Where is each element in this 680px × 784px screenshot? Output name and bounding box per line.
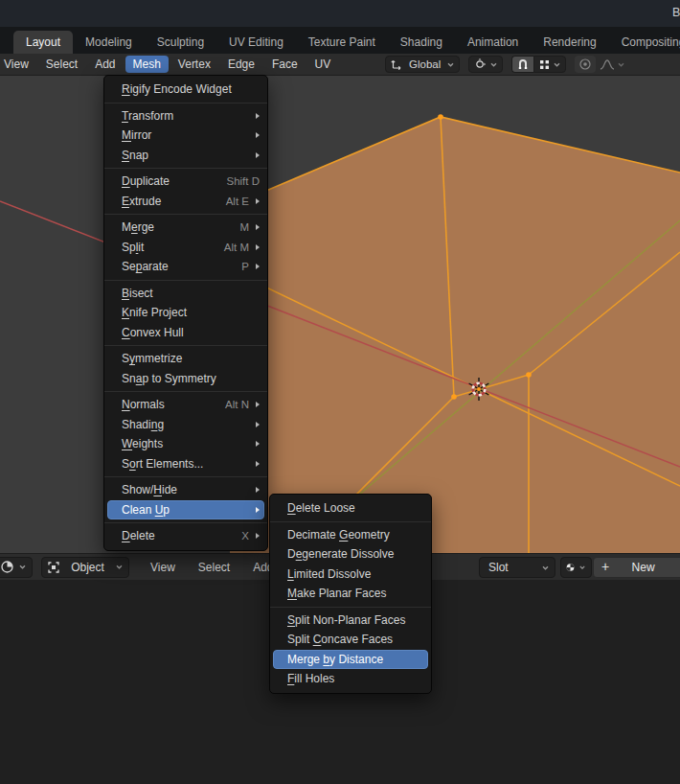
menu-item-label: Split Non-Planar Faces [287,613,405,627]
chevron-down-icon [115,563,124,571]
cube-vertex[interactable] [451,394,457,400]
menu-item-show-hide[interactable]: Show/Hide [104,480,267,500]
viewport-header: ViewSelectAddMeshVertexEdgeFaceUV Global [0,54,680,76]
menu-item-degenerate-dissolve[interactable]: Degenerate Dissolve [270,544,431,565]
transform-orientation-dropdown[interactable]: Global [385,56,460,73]
top-bar: Bl [0,0,680,27]
tab-animation[interactable]: Animation [455,31,531,54]
menu-view[interactable]: View [140,559,186,576]
proportional-editing-toggle[interactable] [575,56,596,73]
submenu-arrow-icon [256,132,260,138]
menu-item-sort-elements[interactable]: Sort Elements... [104,454,267,474]
menu-item-split-concave-faces[interactable]: Split Concave Faces [270,630,431,650]
menu-separator [270,607,431,608]
menu-mesh[interactable]: Mesh [125,56,169,73]
menu-item-limited-dissolve[interactable]: Limited Dissolve [270,565,431,585]
menu-separator [104,476,267,477]
menu-item-label: Bisect [122,287,153,300]
menu-item-rigify-encode-widget[interactable]: Rigify Encode Widget [104,80,267,100]
chevron-down-icon [446,60,455,69]
submenu-arrow-icon [256,533,260,539]
menu-item-separate[interactable]: SeparateP [104,257,267,277]
tab-compositing[interactable]: Compositing [609,31,680,54]
menu-item-shading[interactable]: Shading [104,415,267,435]
menu-item-symmetrize[interactable]: Symmetrize [104,349,267,369]
menu-item-duplicate[interactable]: DuplicateShift D [104,172,267,192]
new-button-label: New [615,561,680,574]
menu-vertex[interactable]: Vertex [170,56,218,73]
menu-view[interactable]: View [0,56,36,73]
workspace-tab-bar: LayoutModelingSculptingUV EditingTexture… [0,27,680,54]
menu-item-label: Decimate Geometry [287,528,390,542]
snap-settings-dropdown[interactable] [533,56,566,73]
shader-type-dropdown[interactable]: Object [41,557,129,578]
menu-uv[interactable]: UV [307,56,339,73]
menu-face[interactable]: Face [264,56,306,73]
menu-item-transform[interactable]: Transform [104,106,267,127]
slot-dropdown[interactable]: Slot [479,557,555,578]
viewport-canvas[interactable] [0,75,680,553]
menu-select[interactable]: Select [38,56,85,73]
menu-item-label: Symmetrize [122,352,182,365]
chevron-down-icon [553,60,561,69]
shader-editor-icon [0,560,14,574]
menu-item-clean-up[interactable]: Clean Up [107,500,264,520]
menu-edge[interactable]: Edge [220,56,262,73]
menu-separator [104,345,267,346]
tab-shading[interactable]: Shading [388,31,455,54]
snap-toggle-button[interactable] [511,56,533,73]
menu-item-label: Extrude [122,195,161,208]
menu-select[interactable]: Select [188,559,240,576]
menu-item-split-non-planar-faces[interactable]: Split Non-Planar Faces [270,611,431,631]
menu-item-label: Transform [122,109,173,123]
viewport-header-widgets: Global [385,56,629,73]
menu-item-make-planar-faces[interactable]: Make Planar Faces [270,584,431,604]
chevron-down-icon [18,563,27,571]
menu-item-convex-hull[interactable]: Convex Hull [104,323,267,343]
menu-item-split[interactable]: SplitAlt M [104,238,267,258]
menu-item-label: Merge by Distance [287,653,383,666]
tab-uv-editing[interactable]: UV Editing [216,31,296,54]
editor-type-dropdown[interactable] [0,557,33,578]
menu-item-normals[interactable]: NormalsAlt N [104,395,267,415]
checkered-sphere-icon [566,561,575,574]
tab-texture-paint[interactable]: Texture Paint [296,31,388,54]
menu-item-fill-holes[interactable]: Fill Holes [270,669,431,689]
menu-item-knife-project[interactable]: Knife Project [104,303,267,323]
tab-layout[interactable]: Layout [13,31,73,54]
menu-item-delete-loose[interactable]: Delete Loose [270,498,431,519]
new-material-button[interactable]: + New [593,557,680,578]
menu-item-snap-to-symmetry[interactable]: Snap to Symmetry [104,369,267,389]
material-browser-dropdown[interactable] [560,557,592,578]
tab-rendering[interactable]: Rendering [531,31,608,54]
tab-sculpting[interactable]: Sculpting [145,31,216,54]
menu-separator [104,168,267,169]
cube-vertex[interactable] [526,372,532,378]
pivot-point-dropdown[interactable] [468,56,503,73]
menu-item-label: Degenerate Dissolve [287,547,394,561]
proportional-falloff-dropdown[interactable] [596,56,629,73]
menu-item-weights[interactable]: Weights [104,434,267,454]
menu-item-label: Split Concave Faces [287,633,393,646]
menu-item-decimate-geometry[interactable]: Decimate Geometry [270,525,431,545]
submenu-arrow-icon [256,224,260,230]
menu-item-snap[interactable]: Snap [104,146,267,166]
menu-item-mirror[interactable]: Mirror [104,126,267,146]
cube-vertex[interactable] [438,114,443,120]
menu-item-merge-by-distance[interactable]: Merge by Distance [273,650,428,670]
menu-item-label: Clean Up [122,503,170,517]
menu-separator [104,391,267,392]
slot-label: Slot [485,561,512,574]
submenu-arrow-icon [256,461,260,467]
menu-item-delete[interactable]: DeleteX [104,526,267,546]
submenu-arrow-icon [256,198,260,204]
tab-modeling[interactable]: Modeling [73,31,145,54]
menu-item-label: Snap to Symmetry [122,372,216,385]
menu-item-label: Rigify Encode Widget [122,82,232,96]
menu-item-merge[interactable]: MergeM [104,218,267,238]
menu-add[interactable]: Add [87,56,123,73]
menu-item-label: Make Planar Faces [287,587,386,600]
menu-item-label: Normals [122,398,165,411]
menu-item-bisect[interactable]: Bisect [104,284,267,304]
menu-item-extrude[interactable]: ExtrudeAlt E [104,192,267,212]
